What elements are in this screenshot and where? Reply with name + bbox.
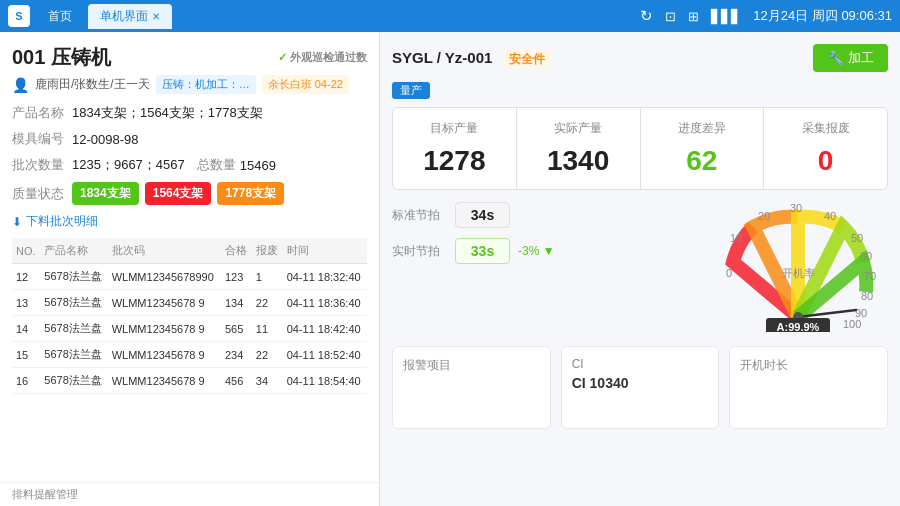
cell-waste: 1 [252, 264, 283, 290]
table-header: NO. 产品名称 批次码 合格 报废 时间 [12, 238, 367, 264]
alarm-title: 报警项目 [403, 357, 540, 374]
cell-product: 5678法兰盘 [40, 264, 107, 290]
tab-home-label: 首页 [48, 8, 72, 25]
cell-batch: WLMM12345678 9 [108, 290, 221, 316]
alarm-card: 报警项目 [392, 346, 551, 429]
tab-home[interactable]: 首页 [36, 4, 84, 29]
copy-icon[interactable]: ⊡ [665, 9, 676, 24]
bottom-cards: 报警项目 CI CI 10340 开机时长 [392, 346, 888, 429]
uptime-title: 开机时长 [740, 357, 877, 374]
cell-time: 04-11 18:36:40 [283, 290, 367, 316]
app-logo: S [8, 5, 30, 27]
total-label: 总数量 [197, 156, 236, 174]
batch-row: 批次数量 1235；9667；4567 总数量 15469 [12, 156, 367, 174]
add-button[interactable]: 🔧 加工 [813, 44, 888, 72]
title-bar-right: ↻ ⊡ ⊞ ▋▋▋ 12月24日 周四 09:06:31 [640, 7, 892, 25]
table-row: 13 5678法兰盘 WLMM12345678 9 134 22 04-11 1… [12, 290, 367, 316]
table-row: 14 5678法兰盘 WLMM12345678 9 565 11 04-11 1… [12, 316, 367, 342]
cell-no: 14 [12, 316, 40, 342]
cell-product: 5678法兰盘 [40, 290, 107, 316]
table-row: 16 5678法兰盘 WLMM12345678 9 456 34 04-11 1… [12, 368, 367, 394]
right-header: SYGL / Yz-001 安全件 🔧 加工 [392, 44, 888, 72]
stat-progress: 进度差异 62 [641, 108, 764, 189]
datetime-label: 12月24日 周四 09:06:31 [753, 7, 892, 25]
cell-product: 5678法兰盘 [40, 342, 107, 368]
svg-text:10: 10 [730, 232, 742, 244]
cell-waste: 22 [252, 290, 283, 316]
svg-text:40: 40 [824, 210, 836, 222]
cell-waste: 34 [252, 368, 283, 394]
cell-batch: WLMM12345678 9 [108, 316, 221, 342]
tab-single-label: 单机界面 [100, 8, 148, 25]
download-label: 下料批次明细 [26, 213, 98, 230]
col-product: 产品名称 [40, 238, 107, 264]
beat-gauge-section: 标准节拍 34s 实时节拍 33s -3% ▼ [392, 202, 888, 336]
table-body: 12 5678法兰盘 WLMM12345678990 123 1 04-11 1… [12, 264, 367, 394]
stat-actual: 实际产量 1340 [517, 108, 640, 189]
operator-name: 鹿雨田/张数生/王一天 [35, 76, 150, 93]
beat-diff: -3% ▼ [518, 244, 555, 258]
left-panel-wrapper: 001 压铸机 ✓ 外观巡检通过数 👤 鹿雨田/张数生/王一天 压铸：机加工：…… [0, 32, 380, 506]
badge-1834: 1834支架 [72, 182, 139, 205]
stat-collect-label: 采集报废 [776, 120, 875, 137]
cell-waste: 11 [252, 316, 283, 342]
right-panel: SYGL / Yz-001 安全件 🔧 加工 量产 目标产量 1278 实际产量… [380, 32, 900, 506]
cell-no: 12 [12, 264, 40, 290]
svg-text:70: 70 [864, 270, 876, 282]
tab-single[interactable]: 单机界面 ✕ [88, 4, 172, 29]
stat-target-value: 1278 [405, 145, 504, 177]
realtime-beat-value: 33s [455, 238, 510, 264]
svg-text:20: 20 [758, 210, 770, 222]
cell-waste: 22 [252, 342, 283, 368]
standard-beat-row: 标准节拍 34s [392, 202, 698, 228]
prod-tag: 量产 [392, 80, 888, 107]
stats-row: 目标产量 1278 实际产量 1340 进度差异 62 采集报废 0 [392, 107, 888, 190]
mold-value: 12-0098-98 [72, 132, 139, 147]
right-title: SYGL / Yz-001 [392, 49, 492, 66]
svg-text:60: 60 [860, 250, 872, 262]
uptime-content [740, 378, 877, 418]
col-batch: 批次码 [108, 238, 221, 264]
beat-section: 标准节拍 34s 实时节拍 33s -3% ▼ [392, 202, 698, 264]
cell-batch: WLMM12345678 9 [108, 368, 221, 394]
prod-tag-label: 量产 [392, 82, 430, 99]
gauge-svg: 0 10 20 30 40 50 60 70 80 90 100 开机率 [708, 202, 888, 332]
cell-qualified: 565 [221, 316, 252, 342]
uptime-card: 开机时长 [729, 346, 888, 429]
tab-close-icon[interactable]: ✕ [152, 11, 160, 22]
cell-no: 13 [12, 290, 40, 316]
svg-text:50: 50 [851, 232, 863, 244]
machine-title-row: 001 压铸机 ✓ 外观巡检通过数 [12, 44, 367, 71]
svg-text:30: 30 [790, 202, 802, 214]
cell-product: 5678法兰盘 [40, 316, 107, 342]
standard-beat-label: 标准节拍 [392, 207, 447, 224]
col-qualified: 合格 [221, 238, 252, 264]
mold-row: 模具编号 12-0098-98 [12, 130, 367, 148]
col-waste: 报废 [252, 238, 283, 264]
cell-batch: WLMM12345678 9 [108, 342, 221, 368]
refresh-icon[interactable]: ↻ [640, 7, 653, 25]
realtime-beat-row: 实时节拍 33s -3% ▼ [392, 238, 698, 264]
cell-batch: WLMM12345678990 [108, 264, 221, 290]
stat-target: 目标产量 1278 [393, 108, 516, 189]
external-check: ✓ 外观巡检通过数 [278, 50, 367, 65]
left-panel: 001 压铸机 ✓ 外观巡检通过数 👤 鹿雨田/张数生/王一天 压铸：机加工：…… [0, 32, 380, 506]
download-row[interactable]: ⬇ 下料批次明细 [12, 213, 367, 230]
tag-process: 压铸：机加工：… [156, 75, 256, 94]
cell-qualified: 123 [221, 264, 252, 290]
down-arrow-icon: ▼ [543, 244, 555, 258]
col-time: 时间 [283, 238, 367, 264]
svg-text:0: 0 [726, 267, 732, 279]
ci-title: CI [572, 357, 709, 371]
mold-label: 模具编号 [12, 130, 72, 148]
stat-actual-value: 1340 [529, 145, 628, 177]
svg-text:100: 100 [843, 318, 861, 330]
add-label: 加工 [848, 49, 874, 67]
table-row: 15 5678法兰盘 WLMM12345678 9 234 22 04-11 1… [12, 342, 367, 368]
cell-product: 5678法兰盘 [40, 368, 107, 394]
svg-text:开机率: 开机率 [782, 267, 815, 279]
stat-collect: 采集报废 0 [764, 108, 887, 189]
gauge-container: 0 10 20 30 40 50 60 70 80 90 100 开机率 [708, 202, 888, 336]
stat-progress-label: 进度差异 [653, 120, 752, 137]
screen-icon[interactable]: ⊞ [688, 9, 699, 24]
